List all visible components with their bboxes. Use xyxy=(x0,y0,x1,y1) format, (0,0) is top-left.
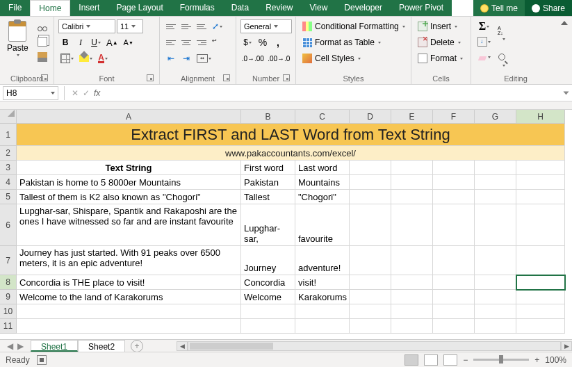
cell-A7[interactable]: Journey has just started. With 91 peaks … xyxy=(17,246,241,275)
scroll-left-button[interactable]: ◀ xyxy=(177,341,188,351)
row-header-3[interactable]: 3 xyxy=(0,161,17,175)
cell-B4[interactable]: Pakistan xyxy=(241,175,295,190)
cell-E11[interactable] xyxy=(391,319,433,334)
fill-color-button[interactable] xyxy=(77,51,95,65)
row-header-7[interactable]: 7 xyxy=(0,246,17,275)
cell-G8[interactable] xyxy=(475,275,516,290)
row-header-6[interactable]: 6 xyxy=(0,204,17,246)
cell-B6[interactable]: Lupghar-sar, xyxy=(241,204,295,246)
cell-F5[interactable] xyxy=(433,190,475,204)
cut-button[interactable] xyxy=(35,19,50,33)
increase-font-button[interactable]: A▲ xyxy=(104,35,120,49)
decrease-font-button[interactable]: A▼ xyxy=(122,35,136,49)
col-header-H[interactable]: H xyxy=(516,110,565,124)
align-right-button[interactable] xyxy=(195,35,209,49)
col-header-F[interactable]: F xyxy=(433,110,475,124)
copy-button[interactable] xyxy=(35,35,50,49)
autosum-button[interactable]: Σ xyxy=(475,19,493,33)
row-header-4[interactable]: 4 xyxy=(0,175,17,190)
zoom-slider[interactable] xyxy=(473,359,529,361)
format-painter-button[interactable] xyxy=(35,50,50,64)
cell-F4[interactable] xyxy=(433,175,475,190)
cell-G3[interactable] xyxy=(475,161,516,175)
cell-D11[interactable] xyxy=(350,319,391,334)
cell-E3[interactable] xyxy=(391,161,433,175)
cell-C10[interactable] xyxy=(295,304,350,319)
cell-E4[interactable] xyxy=(391,175,433,190)
cell-C3[interactable]: Last word xyxy=(295,161,350,175)
merge-center-button[interactable]: ⇔ xyxy=(195,51,213,65)
cell-C11[interactable] xyxy=(295,319,350,334)
cell-C5[interactable]: "Chogori" xyxy=(295,190,350,204)
col-header-B[interactable]: B xyxy=(241,110,295,124)
font-size-dropdown[interactable]: 11 xyxy=(117,19,143,33)
font-color-button[interactable]: A xyxy=(96,51,110,65)
dialog-launcher-icon[interactable] xyxy=(283,74,290,81)
number-format-dropdown[interactable]: General xyxy=(240,19,292,33)
tab-review[interactable]: Review xyxy=(257,0,301,16)
cell-G10[interactable] xyxy=(475,304,516,319)
dialog-launcher-icon[interactable] xyxy=(147,74,154,81)
cell-G4[interactable] xyxy=(475,175,516,190)
wrap-text-button[interactable]: ↩ xyxy=(210,35,224,49)
increase-decimal-button[interactable]: .0→.00 xyxy=(240,51,265,65)
find-select-button[interactable] xyxy=(495,52,512,68)
currency-button[interactable]: $ xyxy=(240,35,254,49)
name-box[interactable]: H8 xyxy=(3,86,58,100)
hscroll-track[interactable] xyxy=(188,341,561,351)
cell-A6[interactable]: Lupghar-sar, Shispare, Spantik and Rakap… xyxy=(17,204,241,246)
scroll-right-button[interactable]: ▶ xyxy=(561,341,572,351)
cell-A5[interactable]: Tallest of them is K2 also known as "Cho… xyxy=(17,190,241,204)
enter-formula-icon[interactable]: ✓ xyxy=(83,88,90,98)
cell-H8[interactable] xyxy=(516,275,565,290)
row-header-1[interactable]: 1 xyxy=(0,124,17,146)
row-header-2[interactable]: 2 xyxy=(0,146,17,161)
cell-D10[interactable] xyxy=(350,304,391,319)
cell-H9[interactable] xyxy=(516,290,565,304)
col-header-A[interactable]: A xyxy=(17,110,241,124)
italic-button[interactable]: I xyxy=(74,35,88,49)
tab-insert[interactable]: Insert xyxy=(70,0,108,16)
cell-F7[interactable] xyxy=(433,246,475,275)
format-cells-button[interactable]: Format xyxy=(416,51,470,65)
cell-C6[interactable]: favourite xyxy=(295,204,350,246)
tab-data[interactable]: Data xyxy=(223,0,257,16)
cell-G11[interactable] xyxy=(475,319,516,334)
cell-E9[interactable] xyxy=(391,290,433,304)
cell-G5[interactable] xyxy=(475,190,516,204)
tab-file[interactable]: File xyxy=(0,0,30,16)
cell-A10[interactable] xyxy=(17,304,241,319)
zoom-level[interactable]: 100% xyxy=(545,355,566,365)
cell-C8[interactable]: visit! xyxy=(295,275,350,290)
decrease-decimal-button[interactable]: .00→.0 xyxy=(267,51,292,65)
row-header-9[interactable]: 9 xyxy=(0,290,17,304)
sort-filter-button[interactable]: AZ↓ xyxy=(495,24,512,42)
cell-G7[interactable] xyxy=(475,246,516,275)
cell-D9[interactable] xyxy=(350,290,391,304)
insert-cells-button[interactable]: Insert xyxy=(416,19,470,33)
cell-B11[interactable] xyxy=(241,319,295,334)
cell-F11[interactable] xyxy=(433,319,475,334)
cell-B10[interactable] xyxy=(241,304,295,319)
zoom-in-button[interactable]: + xyxy=(534,355,539,365)
cell-F10[interactable] xyxy=(433,304,475,319)
cell-styles-button[interactable]: Cell Styles xyxy=(300,51,411,65)
cell-D7[interactable] xyxy=(350,246,391,275)
align-top-button[interactable] xyxy=(164,19,178,33)
hscroll-thumb[interactable] xyxy=(190,343,273,350)
cell-G6[interactable] xyxy=(475,204,516,246)
cell-A8[interactable]: Concordia is THE place to visit! xyxy=(17,275,241,290)
cell-E10[interactable] xyxy=(391,304,433,319)
tab-page-layout[interactable]: Page Layout xyxy=(108,0,171,16)
tab-power-pivot[interactable]: Power Pivot xyxy=(391,0,452,16)
cell-H11[interactable] xyxy=(516,319,565,334)
cell-D4[interactable] xyxy=(350,175,391,190)
tab-formulas[interactable]: Formulas xyxy=(172,0,223,16)
cell-E5[interactable] xyxy=(391,190,433,204)
sheet-nav-prev-icon[interactable]: ◀ xyxy=(7,341,13,351)
cell-A4[interactable]: Pakistan is home to 5 8000er Mountains xyxy=(17,175,241,190)
cell-A9[interactable]: Welcome to the land of Karakorums xyxy=(17,290,241,304)
bold-button[interactable]: B xyxy=(58,35,72,49)
dialog-launcher-icon[interactable] xyxy=(223,74,230,81)
fill-button[interactable] xyxy=(475,35,493,49)
